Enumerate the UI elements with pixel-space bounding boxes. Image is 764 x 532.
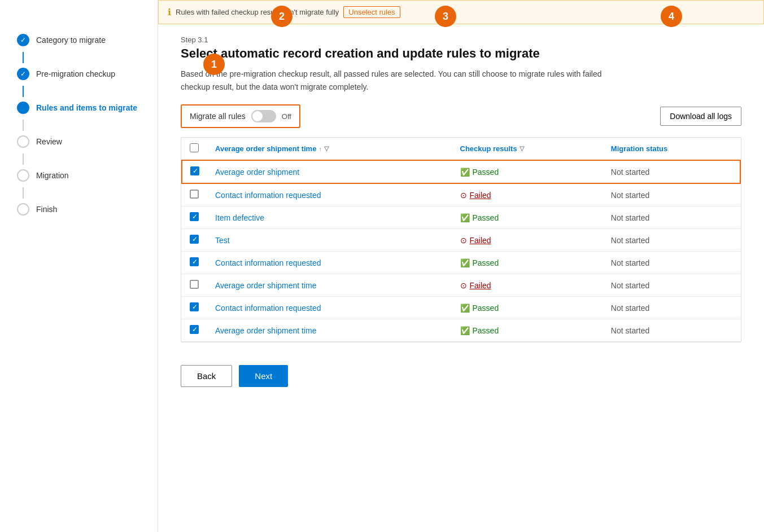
table-row: Contact information requested⊙ FailedNot… — [182, 183, 740, 206]
sidebar-label-premigration: Pre-migration checkup — [36, 69, 115, 78]
main-content: 1 2 3 4 ℹ Rules with failed checkup resu… — [158, 0, 764, 532]
connector-4 — [23, 153, 24, 165]
th-select-all[interactable] — [182, 138, 207, 160]
passed-icon: ✅ — [460, 168, 470, 177]
annotation-4: 4 — [661, 6, 682, 27]
sidebar-item-migration[interactable]: Migration — [17, 169, 146, 182]
filter-checkup-icon[interactable]: ▽ — [519, 145, 524, 152]
status-passed: ✅ Passed — [460, 258, 595, 267]
toggle-state-label: Off — [282, 112, 291, 121]
row-name-cell: Item defective — [207, 206, 452, 229]
toggle-knob — [252, 111, 263, 121]
passed-icon: ✅ — [460, 326, 470, 335]
unselect-rules-link[interactable]: Unselect rules — [343, 6, 400, 18]
row-checkbox-checked[interactable] — [190, 235, 199, 244]
row-name-cell: Contact information requested — [207, 252, 452, 274]
th-migration-label: Migration status — [611, 144, 667, 153]
sort-asc-icon[interactable]: ↑ — [318, 146, 322, 152]
step-icon-rules — [17, 102, 29, 114]
step-icon-category: ✓ — [17, 34, 29, 46]
row-checkbox-checked[interactable] — [190, 212, 199, 221]
rule-name-link[interactable]: Average order shipment time — [215, 281, 317, 290]
rule-name-link[interactable]: Average order shipment time — [215, 326, 317, 335]
rule-name-link[interactable]: Average order shipment — [215, 168, 299, 177]
connector-2 — [23, 86, 24, 97]
row-checkup-cell: ⊙ Failed — [452, 229, 603, 252]
th-checkup-label: Checkup results — [460, 144, 517, 153]
row-migration-cell: Not started — [603, 229, 740, 252]
passed-icon: ✅ — [460, 304, 470, 313]
status-passed: ✅ Passed — [460, 326, 595, 335]
row-checkup-cell: ✅ Passed — [452, 252, 603, 274]
toolbar: Migrate all rules Off Download all logs — [181, 104, 741, 128]
row-migration-cell: Not started — [603, 274, 740, 297]
rule-name-link[interactable]: Test — [215, 236, 230, 245]
row-checkup-cell: ✅ Passed — [452, 319, 603, 342]
rule-name-link[interactable]: Contact information requested — [215, 304, 321, 313]
row-checkbox-checked[interactable] — [190, 257, 199, 266]
step-icon-premigration: ✓ — [17, 68, 29, 80]
sidebar-item-category[interactable]: ✓ Category to migrate — [17, 34, 146, 46]
rule-name-link[interactable]: Contact information requested — [215, 258, 321, 267]
content-area: Step 3.1 Select automatic record creatio… — [158, 24, 764, 354]
failed-link[interactable]: Failed — [470, 236, 491, 245]
th-migration: Migration status — [603, 138, 740, 160]
footer: Back Next — [158, 354, 764, 398]
migrate-all-toggle-container: Migrate all rules Off — [181, 104, 300, 128]
connector-5 — [23, 187, 24, 199]
status-failed: ⊙ Failed — [460, 281, 595, 290]
row-checkbox-cell[interactable] — [182, 274, 207, 297]
status-passed: ✅ Passed — [460, 168, 595, 177]
row-checkbox-unchecked[interactable] — [190, 190, 199, 199]
failed-icon: ⊙ — [460, 236, 467, 245]
row-checkbox-checked[interactable] — [190, 325, 199, 334]
back-button[interactable]: Back — [181, 365, 232, 387]
sidebar-item-rules[interactable]: Rules and items to migrate — [17, 102, 146, 114]
row-checkbox-cell[interactable] — [182, 297, 207, 319]
annotation-1: 1 — [203, 54, 225, 75]
sidebar-item-review[interactable]: Review — [17, 135, 146, 148]
th-checkup: Checkup results ▽ — [452, 138, 603, 160]
row-migration-cell: Not started — [603, 297, 740, 319]
rules-table: Average order shipment time ↑ ▽ Checkup … — [181, 138, 741, 342]
row-checkbox-checked[interactable] — [190, 302, 199, 311]
download-all-logs-button[interactable]: Download all logs — [660, 107, 741, 126]
row-checkup-cell: ⊙ Failed — [452, 274, 603, 297]
rule-name-link[interactable]: Item defective — [215, 213, 264, 222]
row-migration-cell: Not started — [603, 206, 740, 229]
row-checkbox-cell[interactable] — [182, 183, 207, 206]
next-button[interactable]: Next — [239, 365, 288, 387]
row-checkbox-cell[interactable] — [182, 252, 207, 274]
filter-name-icon[interactable]: ▽ — [324, 145, 329, 152]
table-row: Item defective✅ PassedNot started — [182, 206, 740, 229]
th-name-label: Average order shipment time — [215, 144, 316, 153]
toggle-switch[interactable] — [251, 110, 276, 122]
select-all-checkbox[interactable] — [190, 143, 199, 152]
warning-text: Rules with failed checkup result won't m… — [176, 8, 339, 16]
annotation-3: 3 — [435, 6, 456, 27]
row-checkbox-unchecked[interactable] — [190, 280, 199, 289]
row-name-cell: Average order shipment — [207, 160, 452, 183]
row-checkbox-cell[interactable] — [182, 229, 207, 252]
row-checkbox-cell[interactable] — [182, 160, 207, 183]
status-failed: ⊙ Failed — [460, 236, 595, 245]
row-checkbox-checked[interactable] — [190, 166, 199, 175]
row-checkup-cell: ✅ Passed — [452, 206, 603, 229]
failed-link[interactable]: Failed — [470, 191, 491, 200]
row-name-cell: Contact information requested — [207, 183, 452, 206]
status-failed: ⊙ Failed — [460, 191, 595, 200]
connector-3 — [23, 120, 24, 131]
failed-icon: ⊙ — [460, 281, 467, 290]
rule-name-link[interactable]: Contact information requested — [215, 191, 321, 200]
sidebar-label-migration: Migration — [36, 171, 69, 180]
row-checkup-cell: ⊙ Failed — [452, 183, 603, 206]
row-migration-cell: Not started — [603, 252, 740, 274]
row-checkbox-cell[interactable] — [182, 319, 207, 342]
status-passed: ✅ Passed — [460, 304, 595, 313]
step-title: Select automatic record creation and upd… — [181, 46, 741, 61]
row-checkbox-cell[interactable] — [182, 206, 207, 229]
sidebar-item-premigration[interactable]: ✓ Pre-migration checkup — [17, 68, 146, 80]
table-row: Average order shipment time✅ PassedNot s… — [182, 319, 740, 342]
sidebar-item-finish[interactable]: Finish — [17, 203, 146, 216]
failed-link[interactable]: Failed — [470, 281, 491, 290]
